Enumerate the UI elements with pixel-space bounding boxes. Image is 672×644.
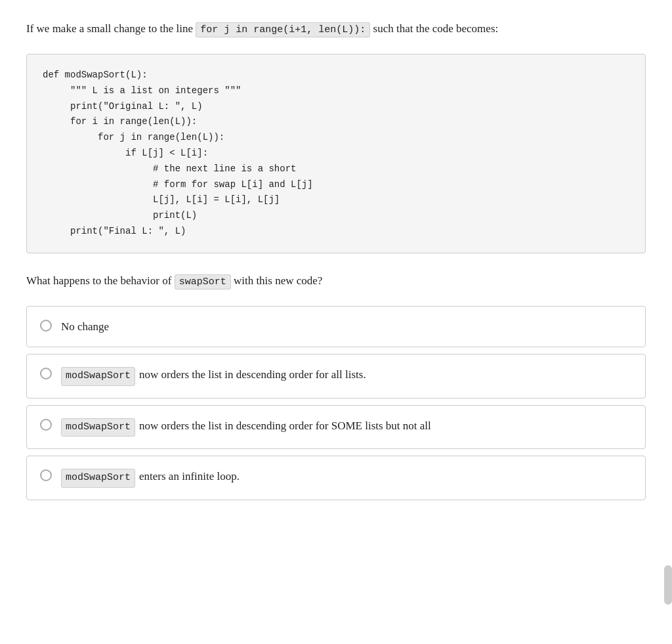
radio-button-0[interactable]: [40, 320, 52, 332]
option-text-after-3: enters an infinite loop.: [139, 468, 240, 485]
radio-button-2[interactable]: [40, 419, 52, 431]
code-block-container: def modSwapSort(L): """ L is a list on i…: [26, 54, 646, 253]
option-content-0: No change: [61, 318, 109, 335]
option-inline-code-1: modSwapSort: [61, 367, 135, 386]
radio-button-1[interactable]: [40, 368, 52, 379]
option-item-0[interactable]: No change: [26, 306, 646, 348]
intro-text-before: If we make a small change to the line: [26, 22, 196, 35]
option-item-3[interactable]: modSwapSort enters an infinite loop.: [26, 456, 646, 500]
option-content-3: modSwapSort enters an infinite loop.: [61, 468, 240, 488]
intro-inline-code: for j in range(i+1, len(L)):: [196, 22, 370, 37]
options-list: No changemodSwapSort now orders the list…: [26, 306, 646, 507]
question-text-after: with this new code?: [231, 274, 323, 287]
radio-button-3[interactable]: [40, 469, 52, 481]
option-content-1: modSwapSort now orders the list in desce…: [61, 366, 366, 386]
code-block: def modSwapSort(L): """ L is a list on i…: [43, 68, 629, 240]
question-inline-code: swapSort: [175, 274, 231, 290]
option-label-0: No change: [61, 318, 109, 335]
question-text-before: What happens to the behavior of: [26, 274, 175, 287]
option-text-after-1: now orders the list in descending order …: [139, 366, 366, 383]
intro-paragraph: If we make a small change to the line fo…: [26, 20, 646, 38]
option-item-2[interactable]: modSwapSort now orders the list in desce…: [26, 405, 646, 450]
option-inline-code-2: modSwapSort: [61, 418, 135, 437]
option-item-1[interactable]: modSwapSort now orders the list in desce…: [26, 354, 646, 398]
intro-text-after: such that the code becomes:: [370, 22, 498, 35]
option-inline-code-3: modSwapSort: [61, 469, 135, 488]
option-text-after-2: now orders the list in descending order …: [139, 418, 431, 435]
question-paragraph: What happens to the behavior of swapSort…: [26, 272, 646, 290]
option-content-2: modSwapSort now orders the list in desce…: [61, 418, 431, 437]
